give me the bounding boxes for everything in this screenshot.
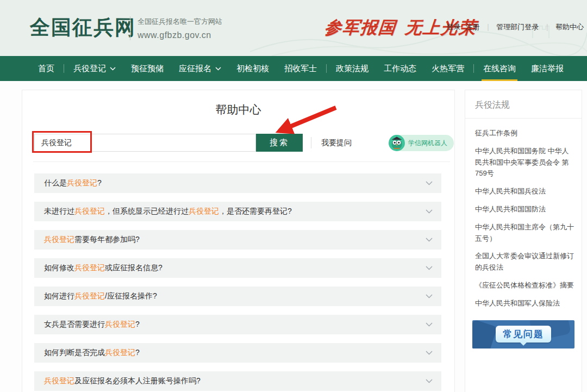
nav-item[interactable]: 在线咨询 [476, 56, 523, 81]
register-link[interactable]: 注册 [466, 22, 480, 32]
login-link[interactable]: 登录 [447, 22, 461, 32]
nav-item-label: 廉洁举报 [531, 64, 564, 74]
admin-login-link[interactable]: 管理部门登录 [496, 22, 539, 32]
chevron-down-icon [426, 209, 433, 214]
chevron-down-icon [426, 238, 433, 242]
nav-item[interactable]: 兵役登记 [66, 56, 123, 81]
nav-item[interactable]: 招收军士 [277, 56, 324, 81]
chevron-down-icon [215, 67, 221, 71]
chsi-robot-badge[interactable]: 学信网机器人 [389, 135, 454, 151]
search-row: 搜索 我要提问 学信网机器人 [34, 134, 454, 152]
nav-divider [473, 64, 474, 73]
faq-question-text: 兵役登记及应征报名必须本人注册账号操作吗? [44, 376, 201, 386]
nav-item-label: 应征报名 [179, 64, 211, 74]
nav-item[interactable]: 火热军营 [424, 56, 472, 81]
law-link[interactable]: 中华人民共和国兵役法 [475, 186, 574, 197]
sidebar-title: 兵役法规 [465, 90, 582, 119]
nav-item-label: 初检初核 [236, 64, 269, 74]
search-button[interactable]: 搜索 [256, 134, 303, 152]
law-list: 征兵工作条例中华人民共和国国务院 中华人民共和国中央军事委员会令 第759号中华… [465, 119, 582, 309]
owl-robot-icon [389, 135, 405, 151]
nav-item[interactable]: 首页 [30, 56, 62, 81]
nav-item[interactable]: 政策法规 [328, 56, 376, 81]
faq-item[interactable]: 未进行过兵役登记，但系统显示已经进行过兵役登记，是否还需要再登记? [34, 202, 441, 221]
nav-item[interactable]: 应征报名 [171, 56, 229, 81]
nav-item[interactable]: 初检初核 [229, 56, 277, 81]
site-logo: 全国征兵网 [30, 14, 136, 41]
nav-item-label: 在线咨询 [483, 64, 516, 74]
law-link[interactable]: 全国人大常委会审议通过新修订的兵役法 [475, 251, 574, 273]
chevron-down-icon [426, 266, 433, 270]
top-links: 登录 注册 ｜ 管理部门登录 ｜ 帮助中心 [447, 22, 584, 32]
nav-item[interactable]: 工作动态 [376, 56, 424, 81]
faq-question-text: 兵役登记需要每年都参加吗? [44, 235, 140, 245]
law-link[interactable]: 中华人民共和国主席令（第九十五号） [475, 222, 574, 245]
sidebar-laws-panel: 兵役法规 征兵工作条例中华人民共和国国务院 中华人民共和国中央军事委员会令 第7… [465, 90, 582, 392]
faq-list: 什么是兵役登记? 未进行过兵役登记，但系统显示已经进行过兵役登记，是否还需要再登… [34, 173, 441, 392]
chevron-down-icon [426, 181, 433, 185]
site-tagline: 全国征兵报名唯一官方网站 www.gfbzb.gov.cn [138, 17, 222, 40]
chevron-down-icon [426, 294, 433, 298]
faq-item[interactable]: 如何判断是否完成兵役登记? [34, 343, 441, 363]
nav-item-label: 首页 [38, 64, 54, 74]
faq-question-text: 如何进行兵役登记/应征报名操作? [44, 291, 157, 301]
law-link[interactable]: 中华人民共和国军人保险法 [475, 298, 574, 309]
search-ask-divider [311, 137, 311, 148]
nav-item[interactable]: 预征预储 [123, 56, 171, 81]
nav-item[interactable]: 廉洁举报 [523, 56, 571, 81]
law-link[interactable]: 征兵工作条例 [475, 128, 574, 139]
faq-question-text: 女兵是否需要进行兵役登记? [44, 320, 140, 329]
page-title: 帮助中心 [22, 102, 454, 117]
faq-item[interactable]: 什么是兵役登记? [34, 173, 441, 193]
common-questions-banner[interactable]: 常见问题 [472, 320, 574, 349]
section-divider [33, 161, 450, 162]
faq-question-text: 如何修改兵役登记或应征报名信息? [44, 263, 163, 273]
faq-question-text: 什么是兵役登记? [44, 178, 102, 188]
faq-item[interactable]: 兵役登记及应征报名必须本人注册账号操作吗? [34, 371, 441, 391]
nav-item-label: 政策法规 [336, 64, 369, 74]
ask-question-link[interactable]: 我要提问 [321, 138, 352, 148]
top-links-separator: ｜ [544, 22, 551, 32]
banner-speech-bubble: 常见问题 [496, 326, 551, 343]
faq-item[interactable]: 如何修改兵役登记或应征报名信息? [34, 258, 441, 278]
logo-divider [130, 16, 130, 40]
nav-item-label: 预征预储 [131, 64, 164, 74]
top-links-separator: ｜ [485, 22, 492, 32]
site-header: 全国征兵网 全国征兵报名唯一官方网站 www.gfbzb.gov.cn 参军报国… [0, 0, 587, 56]
law-link[interactable]: 《应征公民体格检查标准》摘要 [475, 280, 574, 291]
law-link[interactable]: 中华人民共和国国防法 [475, 204, 574, 215]
faq-item[interactable]: 如何进行兵役登记/应征报名操作? [34, 287, 441, 306]
nav-divider [64, 64, 64, 73]
faq-question-text: 未进行过兵役登记，但系统显示已经进行过兵役登记，是否还需要再登记? [44, 207, 292, 216]
faq-item[interactable]: 女兵是否需要进行兵役登记? [34, 315, 441, 334]
tagline-url: www.gfbzb.gov.cn [138, 30, 222, 40]
nav-item-label: 火热军营 [432, 64, 464, 74]
tagline-line1: 全国征兵报名唯一官方网站 [138, 17, 222, 27]
chevron-down-icon [110, 67, 116, 71]
nav-item-label: 兵役登记 [73, 64, 106, 74]
law-link[interactable]: 中华人民共和国国务院 中华人民共和国中央军事委员会令 第759号 [475, 146, 574, 179]
nav-divider [326, 64, 327, 73]
page: 全国征兵网 全国征兵报名唯一官方网站 www.gfbzb.gov.cn 参军报国… [0, 0, 587, 392]
chevron-down-icon [426, 322, 433, 327]
robot-badge-label: 学信网机器人 [408, 139, 447, 148]
help-center-link[interactable]: 帮助中心 [555, 22, 584, 32]
chevron-down-icon [426, 351, 433, 355]
faq-question-text: 如何判断是否完成兵役登记? [44, 348, 140, 358]
search-input[interactable] [34, 134, 256, 152]
chevron-down-icon [426, 379, 433, 383]
faq-item[interactable]: 兵役登记需要每年都参加吗? [34, 230, 441, 250]
help-center-panel: 帮助中心 搜索 我要提问 学信网机器人 [22, 90, 455, 392]
nav-item-label: 招收军士 [284, 64, 317, 74]
main-nav: 首页 兵役登记 预征预储 应征报名 初检初核 招收军士 政策法规 工作动态 [0, 56, 587, 81]
nav-item-label: 工作动态 [384, 64, 416, 74]
